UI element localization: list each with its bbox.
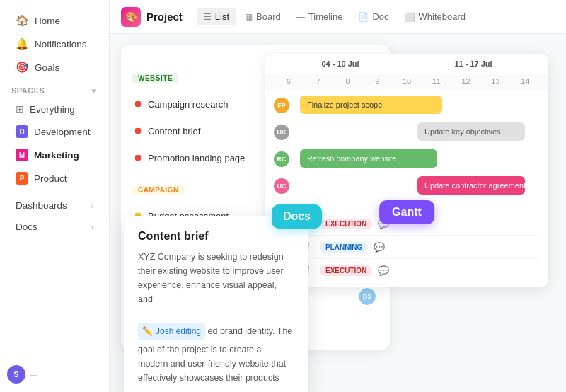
docs-body: XYZ Company is seeking to redesign their… [138, 250, 294, 385]
doc-icon: 📄 [358, 12, 369, 22]
docs-label-badge: Docs [272, 204, 322, 229]
sidebar-item-docs[interactable]: Docs › [4, 217, 105, 237]
topbar: 🎨 Project ☰ List ▦ Board — Timeline 📄 Do… [110, 0, 566, 34]
sidebar-item-marketing[interactable]: M Marketing [4, 144, 105, 166]
gantt-bar-objectives[interactable]: Update key objectives [417, 122, 525, 141]
whiteboard-icon: ⬜ [405, 12, 415, 22]
gantt-header: 04 - 10 Jul 11 - 17 Jul [265, 54, 548, 74]
date-13: 13 [480, 77, 510, 86]
task-name: Content brief [148, 126, 200, 137]
sidebar-item-product[interactable]: P Product [4, 167, 105, 190]
gantt-row: UC Update contractor agreement Gantt [274, 176, 540, 196]
timeline-icon: — [296, 12, 305, 22]
sidebar-product-label: Product [34, 173, 67, 184]
task-dot [135, 101, 141, 107]
docs-panel: Docs Content brief XYZ Company is seekin… [124, 216, 308, 392]
sidebar-item-goals[interactable]: 🎯 Goals [4, 56, 105, 79]
sidebar: 🏠 Home 🔔 Notifications 🎯 Goals Spaces ▼ … [0, 0, 110, 392]
gantt-bar-refresh[interactable]: Refresh company website [300, 149, 437, 168]
sidebar-item-dashboards[interactable]: Dashboards › [4, 195, 105, 216]
sidebar-user-area: S – [0, 365, 109, 384]
task-dot [135, 128, 141, 134]
date-11: 11 [422, 77, 451, 86]
development-dot: D [16, 125, 28, 138]
status-row: S3 📅 EXECUTION 💬 [274, 258, 540, 282]
date-10: 10 [392, 77, 422, 86]
docs-title: Content brief [138, 230, 294, 243]
sidebar-home-label: Home [35, 16, 60, 26]
date-14: 14 [510, 77, 540, 86]
gantt-panel: 04 - 10 Jul 11 - 17 Jul 6 7 8 9 10 11 12… [265, 54, 548, 287]
avatar: RC [274, 151, 289, 167]
sidebar-docs-label: Docs [16, 221, 37, 232]
date-6: 6 [274, 77, 304, 86]
avatar: UC [274, 178, 289, 194]
website-section-badge: WEBSITE [132, 73, 178, 83]
chat-icon: 💬 [378, 265, 389, 276]
sidebar-item-development[interactable]: D Development [4, 120, 105, 143]
status-row: S2 📅 PLANNING 💬 [274, 235, 540, 258]
sidebar-marketing-label: Marketing [34, 150, 79, 161]
main-content: 🎨 Project ☰ List ▦ Board — Timeline 📄 Do… [110, 0, 566, 392]
date-12: 12 [451, 77, 481, 86]
product-dot: P [16, 172, 28, 185]
list-icon: ☰ [204, 12, 212, 22]
user-avatar[interactable]: S [7, 365, 25, 384]
chevron-right-icon: › [91, 223, 93, 231]
gantt-row: UK Update key objectives [274, 122, 540, 142]
status-badge-planning: PLANNING [320, 242, 368, 253]
tab-board[interactable]: ▦ Board [238, 8, 288, 25]
gantt-row: FP Finalize project scope [274, 96, 540, 115]
sidebar-item-notifications[interactable]: 🔔 Notifications [4, 33, 105, 55]
gantt-bar-finalize[interactable]: Finalize project scope [300, 96, 442, 114]
everything-icon: ⊞ [16, 103, 24, 115]
gantt-dates: 6 7 8 9 10 11 12 13 14 [265, 74, 548, 90]
project-title: Project [146, 11, 183, 23]
sidebar-item-home[interactable]: 🏠 Home [4, 9, 105, 32]
chevron-right-icon: › [91, 202, 93, 210]
tab-doc[interactable]: 📄 Doc [351, 8, 395, 25]
expand-icon: – [30, 367, 37, 382]
gantt-label-badge: Gantt [379, 200, 434, 224]
tab-list[interactable]: ☰ List [197, 8, 236, 25]
sidebar-development-label: Development [34, 127, 91, 137]
task-name: Campaign research [148, 99, 228, 110]
status-badge-execution: EXECUTION [320, 219, 372, 229]
gantt-bar-container: Finalize project scope [295, 96, 540, 115]
date-7: 7 [304, 77, 333, 86]
task-dot [135, 155, 141, 161]
tab-timeline[interactable]: — Timeline [289, 8, 350, 25]
sidebar-item-everything[interactable]: ⊞ Everything [4, 98, 105, 120]
chat-icon: 💬 [374, 242, 385, 253]
gantt-bar-container: Update contractor agreement [295, 176, 540, 196]
spaces-section-label: Spaces ▼ [0, 79, 109, 98]
chevron-down-icon: ▼ [91, 87, 98, 95]
sidebar-goals-label: Goals [35, 62, 59, 73]
goals-icon: 🎯 [16, 61, 29, 74]
gantt-bar-contractor[interactable]: Update contractor agreement [417, 176, 525, 195]
gantt-bar-container: Update key objectives [295, 122, 540, 142]
gantt-row: RC Refresh company website [274, 149, 540, 169]
date-8: 8 [333, 77, 363, 86]
docs-highlight-user: ✏️ Josh editing [138, 323, 205, 340]
edit-icon: ✏️ [142, 325, 153, 338]
avatar: UK [274, 125, 289, 140]
topbar-tabs: ☰ List ▦ Board — Timeline 📄 Doc ⬜ Whiteb… [197, 8, 473, 25]
gantt-bar-container: Refresh company website [295, 149, 540, 169]
marketing-dot: M [16, 149, 28, 161]
project-icon: 🎨 [121, 7, 141, 27]
sidebar-everything-label: Everything [30, 104, 75, 115]
sidebar-notifications-label: Notifications [35, 39, 87, 50]
tab-whiteboard[interactable]: ⬜ Whiteboard [398, 8, 473, 25]
campaign-section-badge: CAMPAIGN [132, 185, 185, 195]
content-area: ASSIGNEE WEBSITE Campaign research C Con… [110, 34, 566, 392]
gantt-period-2: 11 - 17 Jul [407, 59, 540, 68]
avatar: DS [359, 288, 376, 305]
home-icon: 🏠 [16, 14, 29, 27]
board-icon: ▦ [245, 12, 253, 22]
sidebar-dashboards-label: Dashboards [16, 200, 67, 211]
date-9: 9 [362, 77, 392, 86]
avatar: FP [274, 98, 289, 113]
bell-icon: 🔔 [16, 38, 29, 50]
task-name: Promotion landing page [148, 153, 245, 163]
